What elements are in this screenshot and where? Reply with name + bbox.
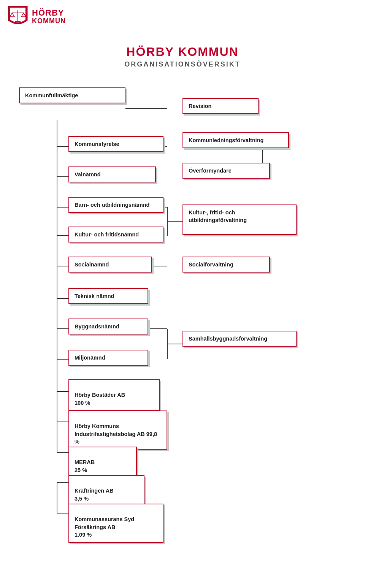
kommunstyrelse-box: Kommunstyrelse [68, 136, 163, 152]
teknisk-namnd-box: Teknisk nämnd [68, 288, 148, 304]
logo-text: HÖRBY KOMMUN [32, 8, 66, 25]
kommunfullmaktige-box: Kommunfullmäktige [19, 87, 125, 103]
miljonamnd-box: Miljönämnd [68, 350, 148, 366]
horby-industri-box: Hörby Kommuns Industrifastighetsbolag AB… [68, 410, 167, 450]
org-chart: Kommunfullmäktige Revision Kommunstyrels… [19, 87, 346, 582]
kommunassurans-box: Kommunassurans Syd Försäkrings AB 1.09 % [68, 504, 163, 543]
horby-bostader-box: Hörby Bostäder AB 100 % [68, 379, 160, 411]
main-title: HÖRBY KOMMUN [19, 45, 346, 59]
kultur-fritid-forvaltning-box: Kultur-, fritid- och utbildningsförvaltn… [182, 204, 297, 235]
overfomyndare-box: Överförmyndare [182, 163, 270, 179]
byggnadsnämnd-box: Byggnadsnämnd [68, 319, 148, 334]
title-block: HÖRBY KOMMUN ORGANISATIONSÖVERSIKT [19, 45, 346, 68]
socialforvaltning-box: Socialförvaltning [182, 257, 270, 273]
sub-title: ORGANISATIONSÖVERSIKT [19, 60, 346, 68]
logo-shield-icon [8, 5, 28, 28]
revision-box: Revision [182, 98, 259, 114]
samhallsbyggnadsforvaltning-box: Samhällsbyggnadsförvaltning [182, 331, 297, 347]
kultur-fritid-namnd-box: Kultur- och fritidsnämnd [68, 227, 163, 242]
logo: HÖRBY KOMMUN [8, 5, 66, 28]
barn-utbildning-box: Barn- och utbildningsnämnd [68, 197, 163, 213]
merab-box: MERAB 25 % [68, 447, 137, 478]
socialnämnd-box: Socialnämnd [68, 257, 152, 273]
kraftringen-box: Kraftringen AB 3,5 % [68, 475, 144, 507]
logo-horby: HÖRBY [32, 8, 66, 17]
kommunledningsforvaltning-box: Kommunledningsförvaltning [182, 132, 289, 148]
valnämnd-box: Valnämnd [68, 166, 156, 182]
main-content: HÖRBY KOMMUN ORGANISATIONSÖVERSIKT [0, 33, 365, 588]
logo-kommun: KOMMUN [32, 17, 66, 25]
header: HÖRBY KOMMUN [0, 0, 365, 33]
